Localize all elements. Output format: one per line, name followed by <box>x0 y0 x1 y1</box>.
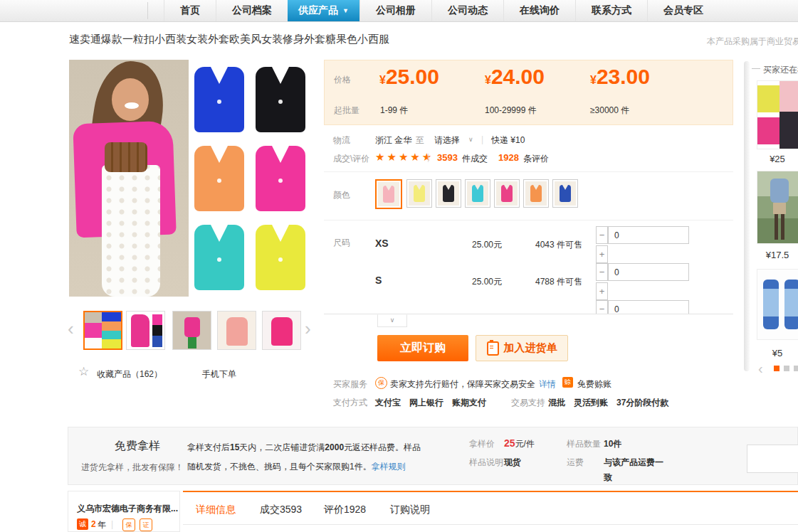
guarantee-text: 卖家支持先行赔付，保障买家交易安全 <box>390 378 535 390</box>
main-product-image <box>69 60 311 297</box>
minus-button[interactable]: − <box>596 263 608 281</box>
model-face <box>112 78 149 121</box>
logistics-label: 物流 <box>333 134 350 147</box>
years-unit: 年 <box>98 519 106 531</box>
minus-button[interactable]: − <box>596 300 608 314</box>
quantity-input[interactable] <box>608 226 689 244</box>
size-list: XS 25.00元 4043 件可售 − + S 25.00元 4788 件可售… <box>324 222 733 314</box>
related-item-2[interactable] <box>757 171 798 244</box>
related-item-price: ¥17.5 <box>757 250 798 260</box>
thumbnail-5[interactable] <box>262 311 301 350</box>
pagination-dot[interactable] <box>784 366 789 371</box>
thumbnail-1[interactable] <box>83 311 122 350</box>
thumbnail-3[interactable] <box>172 311 211 350</box>
nav-item-products[interactable]: 供应产品 ▼ <box>288 0 359 21</box>
nav-item-home[interactable]: 首页 <box>164 0 216 21</box>
swatch-photo <box>555 181 576 206</box>
minus-button[interactable]: − <box>596 226 608 244</box>
review-count[interactable]: 1928 <box>498 152 519 163</box>
nav-item-news[interactable]: 公司动态 <box>431 0 503 21</box>
related-item-3[interactable] <box>757 269 798 340</box>
price-box: 价格 ¥25.00 ¥24.00 ¥23.00 起批量 1-99 件 100-2… <box>324 60 733 125</box>
blazer-pink <box>256 146 305 211</box>
price-label: 价格 <box>334 74 351 86</box>
destination-select[interactable]: 请选择 <box>434 134 460 147</box>
get-sample-button[interactable]: 立即拿样 <box>747 445 798 473</box>
tab-reviews[interactable]: 评价1928 <box>324 504 366 516</box>
sample-ship-value2: 致 <box>604 472 612 484</box>
nav-item-album[interactable]: 公司相册 <box>359 0 431 21</box>
deals-label: 成交\评价 <box>333 153 369 165</box>
color-swatch-cyan[interactable] <box>465 179 490 208</box>
company-name[interactable]: 义乌市宏德电子商务有限... <box>77 503 178 515</box>
nav-item-company-profile[interactable]: 公司档案 <box>216 0 288 21</box>
plus-button[interactable]: + <box>596 282 608 300</box>
related-art <box>770 179 789 203</box>
thumb-art <box>188 337 196 349</box>
mobile-order-link[interactable]: 手机下单 <box>202 368 236 381</box>
thumb-art <box>271 317 293 346</box>
color-swatch-blue[interactable] <box>552 179 578 208</box>
related-item-price: ¥5 <box>757 348 798 358</box>
top-nav: 首页 公司档案 供应产品 ▼ 公司相册 公司动态 在线询价 联系方式 会员专区 <box>0 0 798 22</box>
related-item-1[interactable] <box>757 80 798 149</box>
favorite-star-icon[interactable]: ☆ <box>78 364 89 379</box>
sample-stock-label: 样品说明 <box>469 457 503 469</box>
color-swatch-orange[interactable] <box>523 179 549 208</box>
quantity-input[interactable] <box>608 300 689 314</box>
thumb-art <box>131 314 149 347</box>
thumbs-next-icon[interactable]: › <box>305 321 311 336</box>
order-now-button[interactable]: 立即订购 <box>377 335 468 361</box>
blazer-grid <box>189 60 311 297</box>
expand-sizes-button[interactable]: ∨ <box>377 314 407 327</box>
sidebar-scrollbar[interactable] <box>744 61 750 371</box>
quantity-input[interactable] <box>608 263 689 281</box>
sample-price-value: 25元/件 <box>504 437 535 450</box>
tab-order-notes[interactable]: 订购说明 <box>390 504 430 516</box>
model-clutch-bag <box>105 142 147 172</box>
chevron-down-icon[interactable]: ∨ <box>468 136 473 143</box>
deal-count[interactable]: 3593 <box>437 152 458 163</box>
pagination-dot[interactable] <box>794 366 798 371</box>
color-swatch-rose[interactable] <box>494 179 520 208</box>
section-divider <box>324 171 733 172</box>
divider: | <box>481 134 483 144</box>
related-art <box>775 214 778 240</box>
guarantee-badge-icon: 保 <box>375 377 387 389</box>
buyer-service-label: 买家服务 <box>333 378 367 390</box>
nav-items: 首页 公司档案 供应产品 ▼ 公司相册 公司动态 在线询价 联系方式 会员专区 <box>164 0 719 21</box>
thumbs-prev-icon[interactable]: ‹ <box>68 321 74 336</box>
tab-deals[interactable]: 成交3593 <box>260 504 302 516</box>
nav-item-inquiry[interactable]: 在线询价 <box>503 0 575 21</box>
related-title: 买家还在看 <box>763 64 798 76</box>
size-row-stock: 4043 件可售 <box>535 239 582 251</box>
nav-item-label: 供应产品 <box>298 4 338 17</box>
size-row-price: 25.00元 <box>472 276 502 288</box>
related-prev-icon[interactable]: ‹ <box>758 361 763 376</box>
nav-item-member[interactable]: 会员专区 <box>647 0 719 21</box>
size-row-stock: 4788 件可售 <box>535 276 582 288</box>
related-art <box>757 81 779 149</box>
nav-item-contact[interactable]: 联系方式 <box>575 0 647 21</box>
nav-separator <box>147 2 148 19</box>
thumbnail-2[interactable] <box>126 311 165 350</box>
quantity-stepper: − + <box>596 226 691 264</box>
currency-symbol: ¥ <box>590 74 597 86</box>
detail-link[interactable]: 详情 <box>539 378 556 390</box>
swatch-photo <box>438 181 459 206</box>
pagination-dot-active[interactable] <box>774 366 779 371</box>
plus-button[interactable]: + <box>596 245 608 263</box>
color-swatch-black[interactable] <box>436 179 461 208</box>
sample-desc-line2: 随机发货，不挑色、挑码，且每个买家限购1件。拿样规则 <box>187 461 406 473</box>
color-swatch-pink[interactable] <box>375 179 402 209</box>
favorite-product-link[interactable]: 收藏产品（162） <box>97 368 162 381</box>
sample-subtitle: 进货先拿样，批发有保障！ <box>81 462 184 474</box>
tab-detail-info[interactable]: 详细信息 <box>196 504 236 516</box>
price-value: 24.00 <box>491 65 545 88</box>
add-to-cart-button[interactable]: 加入进货单 <box>476 335 568 361</box>
color-swatch-yellow[interactable] <box>406 179 432 208</box>
sample-rule-link[interactable]: 拿样规则 <box>372 462 406 472</box>
thumbnail-4[interactable] <box>217 311 256 350</box>
thumb-art <box>152 314 162 347</box>
size-row-price: 25.00元 <box>472 239 502 251</box>
